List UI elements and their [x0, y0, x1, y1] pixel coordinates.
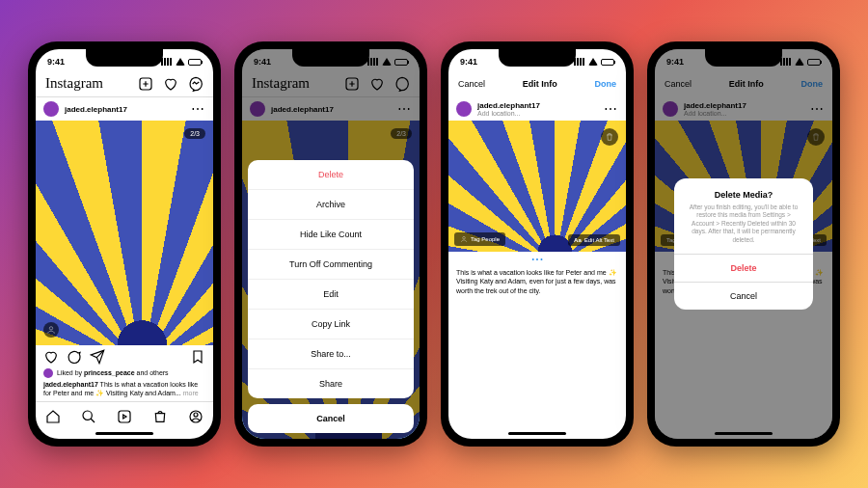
post-image[interactable]: 2/3	[36, 121, 213, 345]
messenger-icon[interactable]	[188, 76, 203, 92]
phone-edit-info: 9:41 Cancel Edit Info Done jaded.elephan…	[441, 41, 634, 447]
more-link[interactable]: more	[183, 390, 199, 396]
sheet-copy-link[interactable]: Copy Link	[248, 310, 414, 339]
dialog-title: Delete Media?	[674, 178, 813, 203]
caption: jaded.elephant17 This is what a vacation…	[36, 378, 213, 401]
post-image[interactable]: Tag People Aa Edit Alt Text	[448, 121, 626, 252]
edit-header: Cancel Edit Info Done	[448, 70, 626, 97]
svg-point-12	[463, 237, 466, 240]
svg-point-8	[194, 413, 198, 417]
phone-delete-dialog: 9:41 Cancel Edit Info Done jaded.elephan…	[647, 41, 840, 447]
status-time: 9:41	[460, 57, 477, 67]
sheet-archive[interactable]: Archive	[248, 190, 414, 220]
status-time: 9:41	[47, 57, 65, 67]
caption-edit[interactable]: This is what a vacation looks like for P…	[448, 266, 626, 298]
dialog-delete-button[interactable]: Delete	[674, 254, 813, 282]
wifi-icon	[176, 58, 185, 66]
username: jaded.elephant17Add location...	[477, 101, 598, 117]
shop-tab-icon[interactable]	[152, 409, 168, 424]
sheet-hide-likes[interactable]: Hide Like Count	[248, 220, 414, 250]
screen: 9:41 Cancel Edit Info Done jaded.elephan…	[448, 49, 626, 439]
save-icon[interactable]	[190, 349, 205, 365]
sheet-delete[interactable]: Delete	[248, 160, 414, 190]
sheet-edit[interactable]: Edit	[248, 280, 414, 310]
home-indicator	[508, 432, 566, 435]
notch	[499, 49, 576, 67]
signal-icon	[574, 58, 585, 66]
page-indicator: • • •	[448, 252, 626, 266]
comment-icon[interactable]	[67, 349, 82, 365]
activity-icon[interactable]	[163, 76, 178, 92]
search-tab-icon[interactable]	[81, 409, 96, 424]
status-icons	[574, 58, 614, 66]
add-location[interactable]: Add location...	[477, 110, 598, 117]
svg-point-3	[49, 326, 52, 329]
header-icons	[138, 76, 203, 92]
likes-row[interactable]: Liked by princess_peace and others	[36, 368, 213, 378]
screen: 9:41 Instagram jaded.elephant17 ⋯ 2/3	[36, 49, 213, 439]
post-header: jaded.elephant17Add location... ⋯	[448, 97, 626, 121]
caption-user[interactable]: jaded.elephant17	[43, 381, 98, 388]
liker-avatar	[43, 368, 53, 378]
delete-media-button[interactable]	[601, 128, 618, 146]
tag-people-button[interactable]: Tag People	[454, 232, 505, 246]
phone-action-sheet: 9:41 Instagram jaded.elephant17 ⋯ 2/3	[234, 41, 427, 447]
svg-point-4	[83, 411, 92, 420]
edit-alt-text-button[interactable]: Aa Edit Alt Text	[568, 234, 620, 246]
share-icon[interactable]	[90, 349, 105, 365]
battery-icon	[601, 59, 614, 66]
post-header: jaded.elephant17 ⋯	[36, 97, 213, 121]
status-icons	[161, 58, 202, 66]
home-tab-icon[interactable]	[45, 409, 61, 424]
reels-tab-icon[interactable]	[117, 409, 132, 424]
notch	[705, 49, 782, 67]
notch	[86, 49, 163, 67]
carousel-counter: 2/3	[184, 128, 205, 139]
sheet-share[interactable]: Share	[248, 369, 414, 398]
battery-icon	[188, 59, 202, 66]
screen: 9:41 Instagram jaded.elephant17 ⋯ 2/3	[242, 49, 420, 439]
phone-feed: 9:41 Instagram jaded.elephant17 ⋯ 2/3	[28, 41, 221, 447]
dialog-cancel-button[interactable]: Cancel	[674, 282, 813, 310]
done-button[interactable]: Done	[594, 79, 616, 89]
tagged-people-button[interactable]	[43, 322, 59, 338]
post-actions	[36, 345, 213, 368]
notch	[292, 49, 369, 67]
tab-bar	[36, 401, 213, 430]
sheet-turn-off-commenting[interactable]: Turn Off Commenting	[248, 250, 414, 280]
page-title: Edit Info	[523, 79, 557, 89]
svg-rect-6	[119, 411, 130, 422]
screen: 9:41 Cancel Edit Info Done jaded.elephan…	[655, 49, 832, 439]
action-sheet: Delete Archive Hide Like Count Turn Off …	[248, 160, 414, 398]
home-indicator	[95, 432, 153, 435]
action-sheet-overlay[interactable]: Delete Archive Hide Like Count Turn Off …	[242, 49, 420, 439]
dialog-body: After you finish editing, you'll be able…	[674, 203, 813, 254]
profile-tab-icon[interactable]	[188, 409, 203, 424]
new-post-icon[interactable]	[138, 76, 153, 92]
like-icon[interactable]	[43, 349, 59, 365]
svg-line-5	[91, 419, 95, 422]
sheet-share-to[interactable]: Share to...	[248, 339, 414, 369]
cancel-button[interactable]: Cancel	[458, 79, 485, 89]
signal-icon	[161, 58, 173, 66]
likes-text: Liked by princess_peace and others	[57, 369, 169, 376]
username[interactable]: jaded.elephant17	[65, 105, 185, 114]
avatar	[456, 101, 472, 117]
avatar[interactable]	[43, 101, 59, 117]
app-header: Instagram	[36, 70, 213, 97]
sheet-cancel[interactable]: Cancel	[248, 404, 414, 433]
instagram-logo: Instagram	[45, 75, 103, 92]
wifi-icon	[588, 58, 598, 66]
delete-dialog: Delete Media? After you finish editing, …	[674, 178, 813, 310]
dialog-overlay[interactable]: Delete Media? After you finish editing, …	[655, 49, 832, 439]
